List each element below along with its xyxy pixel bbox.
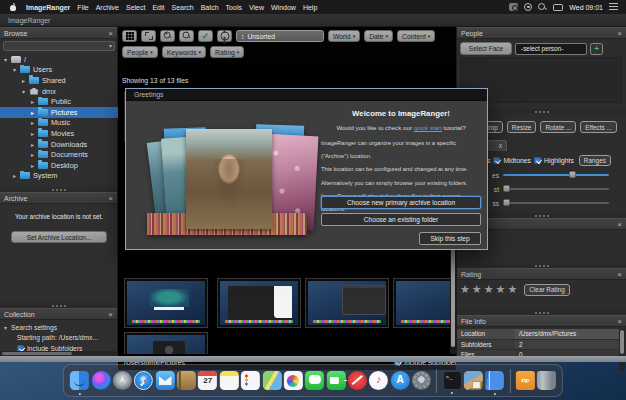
tree-item-dmx[interactable]: ▾dmx [0, 86, 118, 97]
close-icon[interactable]: × [617, 28, 622, 39]
menu-item-help[interactable]: Help [303, 4, 317, 11]
choose-existing-folder-button[interactable]: Choose an existing folder [321, 213, 481, 226]
slider-track[interactable] [503, 174, 609, 176]
slider-handle[interactable] [503, 199, 510, 206]
menu-item-view[interactable]: View [249, 4, 264, 11]
siri-icon[interactable] [91, 371, 110, 390]
tree-item-public[interactable]: ▸Public [0, 96, 118, 107]
content-filter-button[interactable]: Content▾ [397, 30, 435, 42]
star-rating[interactable]: ★★★★★ [460, 283, 519, 296]
ranges-button[interactable]: Ranges [579, 155, 611, 166]
spotlight-icon[interactable] [538, 3, 547, 12]
mail-icon[interactable] [156, 371, 175, 390]
collection-search-settings[interactable]: ▾Search settings [0, 322, 118, 333]
thumbnail[interactable] [393, 278, 450, 328]
system-preferences-icon[interactable] [412, 371, 431, 390]
tree-item-music[interactable]: ▸Music [0, 118, 118, 129]
itunes-icon[interactable] [369, 371, 388, 390]
date-filter-button[interactable]: Date▾ [364, 30, 393, 42]
maps-icon[interactable] [262, 371, 281, 390]
thumbnail-desktop-turtle[interactable] [124, 278, 208, 328]
slider-handle[interactable] [503, 185, 510, 192]
quick-start-link[interactable]: quick start [414, 124, 442, 131]
close-icon[interactable]: × [617, 316, 622, 327]
people-filter-button[interactable]: People▾ [122, 46, 158, 58]
chevron-right-icon[interactable]: ▸ [31, 162, 38, 169]
thumbnail-devices-page[interactable] [217, 278, 301, 328]
calendar-icon[interactable]: 27 [198, 371, 217, 390]
add-person-button[interactable]: + [590, 43, 603, 55]
tree-item-desktop[interactable]: ▸Desktop [0, 160, 118, 171]
apple-logo-icon[interactable] [9, 3, 17, 11]
fullscreen-button[interactable] [141, 30, 156, 42]
set-archive-location-button[interactable]: Set Archive Location... [11, 231, 107, 243]
focus-button[interactable] [217, 30, 232, 42]
skip-this-step-button[interactable]: Skip this step [419, 232, 481, 245]
menu-item-search[interactable]: Search [172, 4, 194, 11]
chevron-right-icon[interactable]: ▸ [31, 109, 38, 116]
menu-item-select[interactable]: Select [126, 4, 145, 11]
slider-track[interactable] [503, 202, 609, 204]
trash-icon[interactable] [537, 371, 556, 390]
menu-item-tools[interactable]: Tools [226, 4, 242, 11]
close-icon[interactable]: × [617, 219, 622, 230]
midtones-checkbox[interactable] [493, 157, 500, 164]
choose-archive-location-button[interactable]: Choose new primary archive location [321, 196, 481, 209]
app-store-icon[interactable] [391, 371, 410, 390]
thumbnail-login-screen[interactable] [124, 332, 208, 354]
news-icon[interactable] [348, 371, 367, 390]
chevron-right-icon[interactable]: ▸ [31, 119, 38, 126]
menu-item-archive[interactable]: Archive [96, 4, 119, 11]
dictionary-icon[interactable] [485, 371, 504, 390]
menu-item-window[interactable]: Window [271, 4, 296, 11]
safari-icon[interactable] [134, 371, 153, 390]
tree-item-shared[interactable]: ▸Shared [0, 75, 118, 86]
menu-clock[interactable]: Wed 09:01 [569, 4, 603, 11]
zoom-in-button[interactable] [160, 30, 175, 42]
menu-item-app[interactable]: ImageRanger [26, 4, 70, 11]
chevron-right-icon[interactable]: ▸ [31, 130, 38, 137]
sort-dropdown[interactable]: ↕Unsorted [236, 30, 324, 42]
chevron-right-icon[interactable]: ▸ [22, 77, 29, 84]
contacts-icon[interactable] [177, 371, 196, 390]
photos-icon[interactable] [284, 371, 303, 390]
chevron-right-icon[interactable]: ▸ [31, 151, 38, 158]
menu-item-file[interactable]: File [77, 4, 88, 11]
rotate-button[interactable]: Rotate ... [540, 121, 576, 133]
reminders-icon[interactable] [241, 371, 260, 390]
menu-item-edit[interactable]: Edit [152, 4, 164, 11]
thumbnail-dark-window[interactable] [305, 278, 389, 328]
grid-view-button[interactable] [122, 30, 137, 42]
file-info-scrollbar[interactable] [619, 329, 625, 371]
chevron-down-icon[interactable]: ▾ [13, 66, 20, 73]
zip-file-icon[interactable]: zip [516, 371, 535, 390]
screenshot-icon[interactable] [509, 3, 518, 11]
launchpad-icon[interactable] [113, 371, 132, 390]
display-icon[interactable] [553, 4, 563, 11]
window-bottom-edge[interactable] [0, 356, 626, 362]
terminal-icon[interactable]: >_ [442, 371, 461, 390]
close-icon[interactable]: × [617, 269, 622, 280]
chevron-right-icon[interactable]: ▸ [13, 172, 20, 179]
tree-item-downloads[interactable]: ▸Downloads [0, 139, 118, 150]
rating-filter-button[interactable]: Rating▾ [210, 46, 244, 58]
notes-icon[interactable] [220, 371, 239, 390]
close-icon[interactable]: × [108, 193, 113, 204]
chevron-right-icon[interactable]: ▸ [31, 141, 38, 148]
keywords-filter-button[interactable]: Keywords▾ [162, 46, 206, 58]
facetime-icon[interactable] [327, 371, 346, 390]
chevron-down-icon[interactable]: ▾ [22, 88, 29, 95]
chevron-down-icon[interactable]: ▾ [4, 324, 11, 331]
dialog-title[interactable]: Greetings [126, 89, 487, 101]
messages-icon[interactable] [305, 371, 324, 390]
resize-button[interactable]: Resize [507, 121, 537, 133]
notification-center-icon[interactable] [609, 3, 618, 11]
tree-item-users[interactable]: ▾Users [0, 65, 118, 76]
tree-item-system[interactable]: ▸System [0, 171, 118, 182]
record-icon[interactable] [524, 3, 532, 11]
highlights-checkbox[interactable] [534, 157, 541, 164]
browse-filter-combo[interactable] [3, 41, 115, 51]
tree-item-documents[interactable]: ▸Documents [0, 149, 118, 160]
slider-track[interactable] [503, 188, 609, 190]
tree-item-root[interactable]: ▾/ [0, 54, 118, 65]
